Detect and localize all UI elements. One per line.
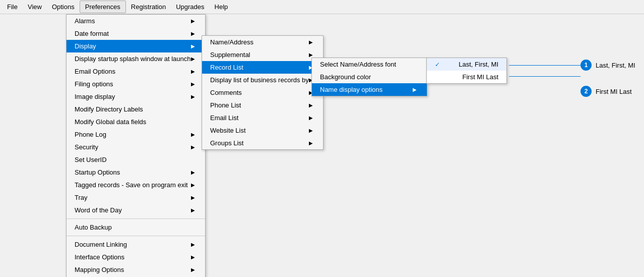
arrow-icon: ▶ [191, 56, 195, 62]
menu-filing-options[interactable]: Filing options ▶ [67, 78, 205, 90]
menu-tagged-records[interactable]: Tagged records - Save on program exit ▶ [67, 179, 205, 191]
menu-security[interactable]: Security ▶ [67, 141, 205, 153]
separator-1 [67, 218, 205, 219]
menu-image-display[interactable]: Image display ▶ [67, 90, 205, 103]
arrow-icon: ▶ [309, 102, 313, 108]
menu-email-options[interactable]: Email Options ▶ [67, 65, 205, 78]
menu-background-color[interactable]: Background color [312, 71, 427, 83]
menu-mapping-options[interactable]: Mapping Options ▶ [67, 263, 205, 276]
arrow-icon: ▶ [191, 94, 195, 99]
name-display-dropdown: ✓ Last, First, MI First MI Last [426, 58, 507, 84]
menu-phone-log[interactable]: Phone Log ▶ [67, 128, 205, 141]
record-list-dropdown: Select Name/Address font Background colo… [311, 58, 427, 96]
arrow-icon: ▶ [413, 87, 417, 92]
arrow-icon: ▶ [191, 267, 195, 272]
menu-record-list[interactable]: Record List ▶ [202, 61, 323, 74]
arrow-icon: ▶ [191, 132, 195, 137]
arrow-icon: ▶ [309, 128, 313, 133]
menu-phone-list[interactable]: Phone List ▶ [202, 99, 323, 112]
annotation-circle-1: 1 [581, 60, 592, 71]
menu-name-address[interactable]: Name/Address ▶ [202, 36, 323, 48]
menu-modify-global[interactable]: Modify Global data fields [67, 116, 205, 128]
menu-display-startup[interactable]: Display startup splash window at launch … [67, 52, 205, 65]
menu-startup-options[interactable]: Startup Options ▶ [67, 166, 205, 179]
menu-groups-list[interactable]: Groups List ▶ [202, 137, 323, 149]
menubar: File View Options Preferences Registrati… [0, 0, 644, 14]
menu-display[interactable]: Display ▶ [67, 40, 205, 52]
menu-supplemental[interactable]: Supplemental ▶ [202, 48, 323, 61]
menu-date-format[interactable]: Date format ▶ [67, 27, 205, 40]
menu-select-font[interactable]: Select Name/Address font [312, 58, 427, 71]
annotation-line-2 [509, 76, 581, 77]
separator-2 [67, 236, 205, 236]
checkmark-icon: ✓ [435, 61, 440, 68]
menu-modify-directory[interactable]: Modify Directory Labels [67, 103, 205, 116]
menu-first-mi-last[interactable]: First MI Last [427, 71, 506, 83]
arrow-icon: ▶ [191, 31, 195, 36]
annotation-label-1: Last, First, MI [596, 62, 635, 69]
menu-set-userid[interactable]: Set UserID [67, 153, 205, 166]
menu-tray[interactable]: Tray ▶ [67, 191, 205, 204]
annotation-circle-2: 2 [581, 86, 592, 97]
menubar-item-view[interactable]: View [23, 1, 47, 13]
menu-website-list[interactable]: Website List ▶ [202, 124, 323, 137]
menubar-item-registration[interactable]: Registration [126, 1, 171, 13]
menu-auto-backup[interactable]: Auto Backup [67, 221, 205, 234]
annotation-line-1 [509, 65, 581, 66]
arrow-icon: ▶ [309, 115, 313, 121]
arrow-icon: ▶ [191, 242, 195, 247]
menu-document-linking[interactable]: Document Linking ▶ [67, 238, 205, 251]
display-dropdown: Name/Address ▶ Supplemental ▶ Record Lis… [202, 35, 324, 150]
arrow-icon: ▶ [191, 43, 195, 49]
arrow-icon: ▶ [191, 18, 195, 24]
menubar-item-file[interactable]: File [2, 1, 23, 13]
arrow-icon: ▶ [191, 207, 195, 213]
arrow-icon: ▶ [191, 195, 195, 200]
arrow-icon: ▶ [191, 144, 195, 150]
preferences-dropdown: Alarms ▶ Date format ▶ Display ▶ Display… [66, 14, 206, 277]
annotation-label-2: First MI Last [596, 88, 632, 95]
menu-interface-options[interactable]: Interface Options ▶ [67, 251, 205, 263]
arrow-icon: ▶ [309, 39, 313, 45]
arrow-icon: ▶ [191, 254, 195, 260]
menu-alarms[interactable]: Alarms ▶ [67, 15, 205, 27]
arrow-icon: ▶ [309, 52, 313, 58]
arrow-icon: ▶ [191, 170, 195, 175]
menu-last-first-mi[interactable]: ✓ Last, First, MI [427, 58, 506, 71]
arrow-icon: ▶ [191, 81, 195, 87]
menubar-item-preferences[interactable]: Preferences [80, 1, 126, 13]
menu-word-of-day[interactable]: Word of the Day ▶ [67, 204, 205, 216]
annotation-2: 2 First MI Last [581, 86, 632, 97]
menu-name-display[interactable]: Name display options ▶ [312, 83, 427, 96]
menu-display-business[interactable]: Display list of business records by ▶ [202, 74, 323, 86]
annotation-1: 1 Last, First, MI [581, 60, 635, 71]
menubar-item-options[interactable]: Options [47, 1, 80, 13]
menubar-item-help[interactable]: Help [210, 1, 233, 13]
arrow-icon: ▶ [309, 140, 313, 146]
arrow-icon: ▶ [191, 182, 195, 188]
arrow-icon: ▶ [191, 69, 195, 74]
menubar-item-upgrades[interactable]: Upgrades [171, 1, 209, 13]
menu-email-list[interactable]: Email List ▶ [202, 112, 323, 124]
menu-comments[interactable]: Comments ▶ [202, 86, 323, 99]
